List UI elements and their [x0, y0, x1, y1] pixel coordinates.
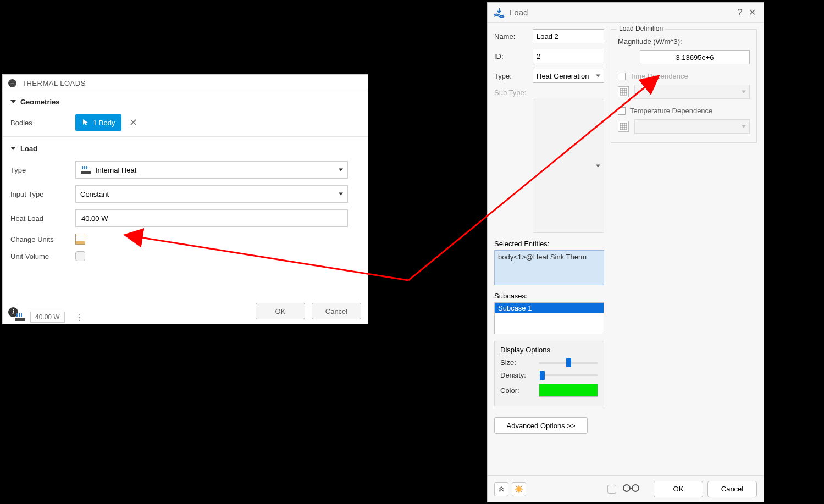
advanced-options-button[interactable]: Advanced Options >> — [494, 417, 588, 434]
size-slider[interactable] — [539, 362, 598, 364]
unit-volume-label: Unit Volume — [10, 252, 75, 261]
bodies-label: Bodies — [10, 119, 75, 127]
color-label: Color: — [500, 386, 539, 395]
temperature-dependence-label: Temperature Dependence — [630, 107, 712, 115]
chevron-down-icon — [339, 193, 343, 196]
cancel-button[interactable]: Cancel — [312, 303, 361, 319]
chevron-down-icon — [596, 165, 600, 168]
id-input[interactable]: 2 — [533, 49, 604, 63]
table-icon[interactable] — [618, 121, 629, 132]
name-row: Name: Load 2 — [494, 29, 604, 43]
dialog-body: Name: Load 2 ID: 2 Type: Heat Generation… — [488, 23, 764, 440]
color-row: Color: — [500, 384, 598, 397]
bodies-row: Bodies 1 Body ✕ — [3, 111, 368, 134]
help-icon[interactable]: ? — [734, 8, 746, 18]
change-units-label: Change Units — [10, 235, 75, 243]
id-label: ID: — [494, 52, 533, 60]
svg-point-5 — [623, 485, 630, 491]
svg-rect-0 — [81, 171, 91, 174]
body-selection-chip[interactable]: 1 Body — [75, 114, 121, 131]
load-dialog: Load ? ✕ Name: Load 2 ID: 2 Type: Heat G… — [487, 2, 764, 502]
temperature-dependence-checkbox[interactable] — [618, 107, 626, 115]
geometries-label: Geometries — [20, 98, 60, 106]
preview-icon[interactable] — [512, 482, 526, 496]
footer-checkbox[interactable] — [607, 485, 616, 494]
density-row: Density: — [500, 371, 598, 379]
footer-readout: 40.00 W ⋮ — [15, 310, 84, 324]
type-dropdown[interactable]: Internal Heat — [75, 161, 348, 179]
type-label: Type: — [494, 72, 533, 80]
name-input[interactable]: Load 2 — [533, 29, 604, 43]
size-row: Size: — [500, 358, 598, 367]
temperature-dependence-sub — [618, 119, 750, 134]
ok-button[interactable]: OK — [654, 481, 703, 497]
heat-load-field[interactable] — [80, 214, 343, 223]
clear-selection-icon[interactable]: ✕ — [129, 117, 137, 129]
heat-load-label: Heat Load — [10, 214, 75, 223]
type-dropdown[interactable]: Heat Generation — [533, 69, 604, 83]
internal-heat-icon — [15, 312, 27, 322]
svg-point-6 — [632, 485, 639, 491]
change-units-row: Change Units — [3, 230, 368, 248]
cancel-button[interactable]: Cancel — [707, 481, 757, 497]
svg-point-4 — [516, 486, 522, 492]
time-dependence-combo — [634, 85, 750, 99]
load-header[interactable]: Load — [3, 139, 368, 158]
input-type-value: Constant — [80, 190, 109, 198]
subcases-label: Subcases: — [494, 292, 604, 300]
collapse-up-icon[interactable] — [494, 482, 508, 496]
collapse-icon[interactable]: − — [8, 79, 16, 87]
input-type-dropdown[interactable]: Constant — [75, 185, 348, 203]
display-options-group: Display Options Size: Density: Color: — [494, 341, 604, 406]
geometries-header[interactable]: Geometries — [3, 92, 368, 111]
dialog-footer: OK Cancel — [488, 475, 764, 502]
divider — [3, 136, 368, 137]
temperature-dependence-combo — [634, 119, 750, 134]
time-dependence-row: Time Dependence — [618, 72, 750, 80]
cursor-icon — [82, 119, 90, 126]
time-dependence-checkbox[interactable] — [618, 73, 626, 80]
panel-button-bar: OK Cancel — [256, 303, 361, 319]
unit-volume-row: Unit Volume — [3, 248, 368, 264]
size-label: Size: — [500, 358, 539, 367]
time-dependence-label: Time Dependence — [630, 72, 688, 80]
input-type-label: Input Type — [10, 190, 75, 198]
panel-header: − THERMAL LOADS — [3, 75, 368, 92]
svg-rect-3 — [620, 123, 627, 130]
dialog-left-column: Name: Load 2 ID: 2 Type: Heat Generation… — [494, 29, 604, 434]
heat-load-row: Heat Load — [3, 206, 368, 230]
subtype-dropdown — [533, 99, 604, 233]
close-icon[interactable]: ✕ — [746, 7, 758, 18]
time-dependence-sub — [618, 85, 750, 99]
type-row: Type Internal Heat — [3, 158, 368, 182]
name-label: Name: — [494, 32, 533, 41]
change-units-icon[interactable] — [75, 234, 85, 245]
dialog-right-column: Load Definition Magnitude (W/m^3): 3.136… — [611, 29, 757, 434]
selected-entities-box[interactable]: body<1>@Heat Sink Therm — [494, 250, 604, 285]
density-slider[interactable] — [539, 374, 598, 376]
selected-entities-label: Selected Entities: — [494, 240, 604, 248]
body-chip-text: 1 Body — [93, 119, 115, 127]
chevron-down-icon — [339, 169, 343, 171]
chevron-down-icon — [10, 147, 16, 150]
magnitude-input[interactable]: 3.13695e+6 — [640, 50, 750, 64]
subcases-list[interactable]: Subcase 1 — [494, 302, 604, 334]
heat-load-input[interactable] — [75, 209, 348, 227]
load-definition-group: Load Definition Magnitude (W/m^3): 3.136… — [611, 29, 757, 143]
type-row: Type: Heat Generation — [494, 69, 604, 83]
input-type-row: Input Type Constant — [3, 182, 368, 206]
glasses-icon[interactable] — [622, 483, 640, 495]
unit-volume-checkbox[interactable] — [75, 251, 85, 261]
color-swatch[interactable] — [539, 384, 598, 397]
svg-rect-2 — [620, 88, 627, 95]
load-label: Load — [20, 145, 37, 153]
subtype-label: Sub Type: — [494, 88, 533, 97]
subcase-item[interactable]: Subcase 1 — [495, 303, 604, 313]
type-value: Internal Heat — [96, 166, 136, 174]
more-icon[interactable]: ⋮ — [75, 312, 84, 323]
internal-heat-icon — [80, 165, 92, 175]
magnitude-label: Magnitude (W/m^3): — [618, 37, 750, 46]
load-definition-legend: Load Definition — [617, 25, 665, 32]
ok-button[interactable]: OK — [256, 303, 305, 319]
table-icon[interactable] — [618, 86, 629, 97]
